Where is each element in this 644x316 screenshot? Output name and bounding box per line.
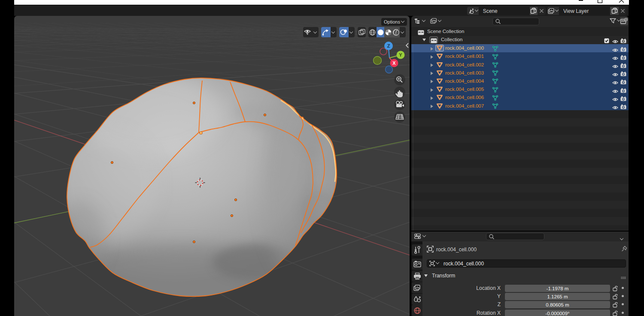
svg-text:Z: Z bbox=[387, 43, 390, 48]
svg-text:Y: Y bbox=[399, 52, 402, 57]
svg-text:X: X bbox=[392, 60, 396, 66]
